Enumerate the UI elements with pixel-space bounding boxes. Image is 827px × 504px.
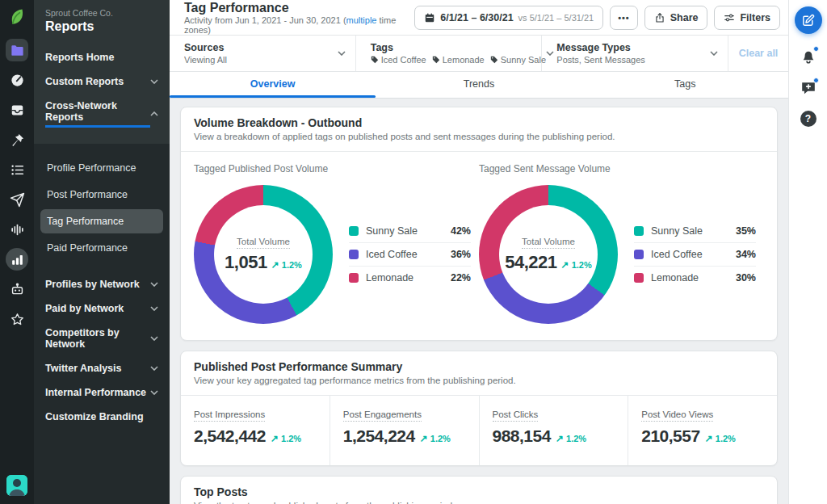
top-posts-card-header: Top Posts View the top tagged published … [181,477,777,504]
sidebar-item-competitors-by-network[interactable]: Competitors by Network [34,321,170,356]
tab-overview[interactable]: Overview [170,72,376,98]
donut-chart-published-posts[interactable]: Total Volume 1,051 ↗ 1.2% [194,185,333,324]
tag-icon [432,56,440,64]
tab-tags[interactable]: Tags [582,72,788,98]
legend-swatch [634,226,644,236]
chevron-down-icon [150,390,158,395]
date-range-button[interactable]: 6/1/21 – 6/30/21 vs 5/1/21 – 5/31/21 [414,6,603,30]
legend-percent: 36% [451,249,471,260]
company-name: Sprout Coffee Co. [45,8,158,18]
total-volume-value: 1,051 [225,252,267,273]
post-performance-summary-card: Published Post Performance Summary View … [180,351,778,466]
tags-label: Tags [371,42,546,53]
change-value: 1.2% [572,260,592,270]
sidebar-item-paid-performance[interactable]: Paid Performance [40,236,163,260]
sidebar-item-paid-by-network[interactable]: Paid by Network [34,296,170,321]
legend-swatch [349,250,359,259]
volume-card-body: Tagged Published Post Volume Total Volum… [181,152,777,340]
donut-center: Total Volume 1,051 ↗ 1.2% [214,205,313,304]
legend-percent: 35% [736,225,756,237]
calendar-icon [424,12,435,23]
tag-chip: Sunny Sale [490,55,546,65]
page-header: Tag Performance Activity from Jun 1, 202… [170,0,788,36]
chart-row: Total Volume 1,051 ↗ 1.2% [194,185,471,324]
total-volume-row: 1,051 ↗ 1.2% [225,252,302,273]
rail-reports-folder-icon[interactable] [6,39,28,61]
sidebar-item-custom-reports[interactable]: Custom Reports [34,69,170,94]
notifications-button[interactable] [800,48,817,65]
chart-legend: Sunny Sale 35% Iced Coffee 34% [634,220,756,289]
filters-button[interactable]: Filters [714,6,780,30]
metric-label: Post Video Views [641,410,713,422]
trend-up-icon: ↗ [271,259,279,271]
rail-reviews-star-icon[interactable] [6,308,28,330]
message-types-filter[interactable]: Message Types Posts, Sent Messages [542,36,728,71]
help-button[interactable] [800,111,817,127]
multiple-timezones-link[interactable]: multiple [346,15,377,25]
metric-row: 210,557 ↗ 1.2% [641,426,764,446]
rail-automation-robot-icon[interactable] [6,278,28,300]
chevron-down-icon [150,336,158,341]
user-avatar[interactable] [6,475,27,496]
rail-send-paper-plane-icon[interactable] [6,188,28,211]
main-content: Tag Performance Activity from Jun 1, 202… [170,0,788,504]
share-button[interactable]: Share [644,6,708,30]
sidebar-top-section: Reports Home Custom Reports Cross-Networ… [34,39,170,144]
trend-up-icon: ↗ [705,433,713,444]
change-value: 1.2% [282,260,302,270]
nav-label: Competitors by Network [45,327,150,350]
rail-inbox-icon[interactable] [6,99,28,121]
top-posts-card: Top Posts View the top tagged published … [180,476,778,504]
rail-reports-bar-chart-icon[interactable] [6,248,28,271]
tab-trends[interactable]: Trends [376,72,581,98]
sidebar-item-profiles-by-network[interactable]: Profiles by Network [34,272,170,296]
sidebar-item-post-performance[interactable]: Post Performance [40,183,163,207]
chevron-down-icon [150,366,158,371]
chevron-down-icon [338,51,346,56]
trend-up-icon: ↗ [561,259,569,271]
sidebar-item-cross-network-reports[interactable]: Cross-Network Reports [34,94,170,134]
tags-filter[interactable]: Tags Iced Coffee Lemonade Sunny Sale [356,36,543,71]
rail-publishing-pin-icon[interactable] [6,128,28,151]
legend-name: Lemonade [366,272,443,284]
total-volume-change: ↗ 1.2% [561,259,592,271]
sidebar-item-internal-performance[interactable]: Internal Performance [34,380,170,405]
nav-label: Cross-Network Reports [45,100,150,128]
total-volume-value: 54,221 [505,252,556,273]
chart-label: Tagged Published Post Volume [194,163,471,174]
subtitle-text: Activity from Jun 1, 2021 - Jun 30, 2021… [184,15,346,25]
legend-percent: 30% [736,272,756,284]
compose-button[interactable] [795,6,822,34]
legend-percent: 42% [451,225,471,237]
volume-card-header: Volume Breakdown - Outbound View a break… [181,107,777,152]
more-options-button[interactable]: ••• [610,6,638,30]
sidebar-item-profile-performance[interactable]: Profile Performance [40,156,163,180]
sent-message-volume-chart: Tagged Sent Message Volume Total Volume … [479,163,764,324]
sidebar-item-twitter-analysis[interactable]: Twitter Analysis [34,356,170,380]
rail-dashboard-gauge-icon[interactable] [6,69,28,91]
rail-feeds-list-icon[interactable] [6,158,28,181]
change-value: 1.2% [281,434,301,443]
total-volume-change: ↗ 1.2% [271,259,302,271]
sidebar-item-customize-branding[interactable]: Customize Branding [34,405,170,429]
app-icon-rail [0,0,34,504]
nav-label: Internal Performance [45,387,146,398]
sidebar-item-reports-home[interactable]: Reports Home [34,45,170,69]
date-range-label: 6/1/21 – 6/30/21 [440,12,513,23]
chevron-down-icon [710,51,718,56]
reports-sidebar: Sprout Coffee Co. Reports Reports Home C… [34,0,170,504]
metric-change: ↗ 1.2% [556,433,586,444]
card-title: Volume Breakdown - Outbound [194,116,764,129]
donut-chart-sent-messages[interactable]: Total Volume 54,221 ↗ 1.2% [479,185,618,324]
notification-dot [813,46,819,52]
feedback-button[interactable] [800,79,817,97]
nav-label: Profiles by Network [45,279,140,290]
rail-listening-waveform-icon[interactable] [6,218,28,241]
card-title: Published Post Performance Summary [194,360,764,373]
card-description: View the top tagged published posts from… [194,501,764,504]
clear-all-button[interactable]: Clear all [728,36,788,71]
sources-filter[interactable]: Sources Viewing All [170,36,356,71]
report-content: Volume Breakdown - Outbound View a break… [170,99,788,504]
legend-name: Sunny Sale [366,225,443,237]
sidebar-item-tag-performance[interactable]: Tag Performance [40,209,163,233]
